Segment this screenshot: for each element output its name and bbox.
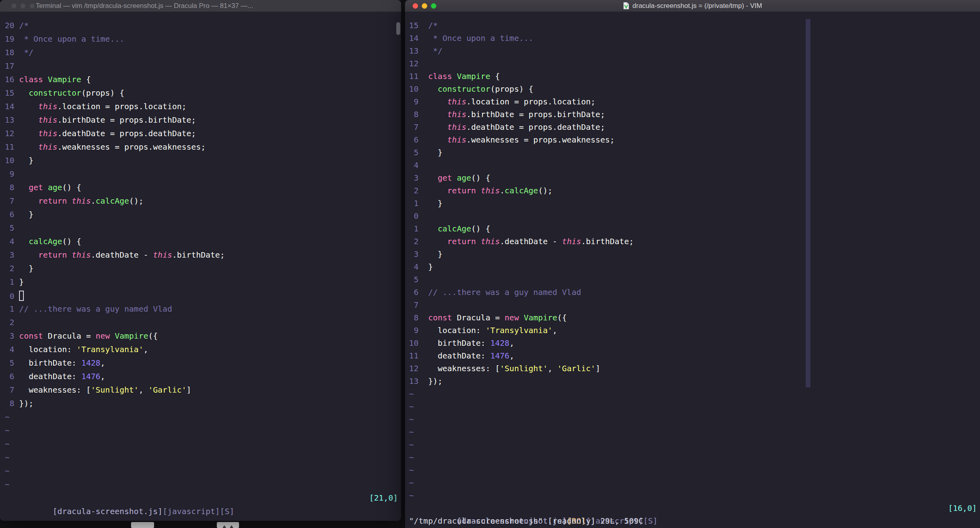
code-token: . <box>500 186 505 195</box>
code-line[interactable]: 17 <box>0 59 401 73</box>
code-line[interactable]: 15 constructor(props) { <box>0 86 401 100</box>
code-line[interactable]: 6 this.weaknesses = props.weaknesses; <box>405 133 980 146</box>
code-line[interactable]: 19 * Once upon a time... <box>0 32 401 46</box>
code-line[interactable]: 7 weaknesses: ['Sunlight', 'Garlic'] <box>0 383 401 397</box>
code-line[interactable]: 3const Dracula = new Vampire({ <box>0 329 401 343</box>
code-token: 'Garlic' <box>148 385 186 395</box>
code-line[interactable]: 2 <box>0 316 401 329</box>
macvim-titlebar[interactable]: dracula-screenshot.js = (/private/tmp) -… <box>405 0 980 12</box>
code-token <box>19 183 29 192</box>
tilde-row: ~ <box>0 478 401 491</box>
minimize-button[interactable] <box>422 3 427 9</box>
code-line[interactable]: 13 this.birthDate = props.birthDate; <box>0 113 401 127</box>
code-line[interactable]: 13 */ <box>405 44 980 57</box>
code-line[interactable]: 11 this.weaknesses = props.weaknesses; <box>0 140 401 154</box>
code-line[interactable]: 5 birthDate: 1428, <box>0 356 401 370</box>
code-token: (props) { <box>490 84 533 94</box>
code-line[interactable]: 12 weaknesses: ['Sunlight', 'Garlic'] <box>405 362 980 375</box>
code-line[interactable]: 4 location: 'Transylvania', <box>0 343 401 356</box>
code-line[interactable]: 2 } <box>0 262 401 275</box>
code-line[interactable]: 18 */ <box>0 46 401 59</box>
terminal-titlebar[interactable]: Terminal — vim /tmp/dracula-screenshot.j… <box>0 0 401 12</box>
line-number: 7 <box>5 194 14 208</box>
code-token <box>19 250 38 260</box>
vim-editor-area[interactable]: 15/*14 * Once upon a time...13 */1211cla… <box>405 12 980 528</box>
document-icon[interactable] <box>623 2 629 10</box>
minimize-button[interactable] <box>20 3 26 9</box>
code-line[interactable]: 3 return this.deathDate - this.birthDate… <box>0 248 401 262</box>
code-token: deathDate: <box>19 372 81 381</box>
code-token: class <box>19 75 48 84</box>
code-line[interactable]: 12 this.deathDate = props.deathDate; <box>0 127 401 140</box>
code-line[interactable]: 0 <box>0 289 401 302</box>
code-line[interactable]: 12 <box>405 57 980 70</box>
zoom-button[interactable] <box>29 3 35 9</box>
code-line[interactable]: 2 return this.deathDate - this.birthDate… <box>405 235 980 248</box>
code-line[interactable]: 4 calcAge() { <box>0 235 401 248</box>
line-number: 14 <box>409 32 419 44</box>
vim-editor-area[interactable]: 20/*19 * Once upon a time...18 */1716cla… <box>0 12 401 521</box>
close-button[interactable] <box>413 3 418 9</box>
code-token: // ...there was a guy named Vlad <box>19 304 172 314</box>
line-number: 9 <box>409 95 419 108</box>
code-token <box>428 110 447 119</box>
code-line[interactable]: 10 constructor(props) { <box>405 83 980 95</box>
line-number: 5 <box>5 221 14 235</box>
code-line[interactable]: 14 this.location = props.location; <box>0 100 401 113</box>
code-text: constructor(props) { <box>19 88 124 98</box>
code-line[interactable]: 5 } <box>405 146 980 159</box>
code-line[interactable]: 1// ...there was a guy named Vlad <box>0 302 401 316</box>
code-token: } <box>428 148 442 157</box>
code-line[interactable]: 1 } <box>405 197 980 210</box>
code-line[interactable]: 6// ...there was a guy named Vlad <box>405 286 980 299</box>
code-line[interactable]: 9 location: 'Transylvania', <box>405 324 980 337</box>
code-text: } <box>19 156 33 165</box>
code-line[interactable]: 7 this.deathDate = props.deathDate; <box>405 121 980 133</box>
code-line[interactable]: 8 this.birthDate = props.birthDate; <box>405 108 980 121</box>
code-token: this <box>38 115 57 125</box>
code-line[interactable]: 5 <box>0 221 401 235</box>
code-line[interactable]: 11 deathDate: 1476, <box>405 349 980 362</box>
code-line[interactable]: 16class Vampire { <box>0 73 401 86</box>
code-token: constructor <box>438 84 490 94</box>
code-line[interactable]: 14 * Once upon a time... <box>405 32 980 44</box>
code-text: weaknesses: ['Sunlight', 'Garlic'] <box>19 385 191 395</box>
code-line[interactable]: 8}); <box>0 397 401 410</box>
code-line[interactable]: 11class Vampire { <box>405 70 980 83</box>
code-line[interactable]: 1 calcAge() { <box>405 222 980 235</box>
code-line[interactable]: 6 deathDate: 1476, <box>0 370 401 383</box>
code-line[interactable]: 3 } <box>405 248 980 260</box>
code-line[interactable]: 4 <box>405 159 980 172</box>
code-text: this.deathDate = props.deathDate; <box>19 129 196 138</box>
code-text: deathDate: 1476, <box>19 372 105 381</box>
line-number: 4 <box>5 343 14 356</box>
code-line[interactable]: 8 get age() { <box>0 181 401 194</box>
code-text: }); <box>19 399 33 408</box>
code-line[interactable]: 10 } <box>0 154 401 167</box>
code-line[interactable]: 6 } <box>0 208 401 221</box>
line-number: 4 <box>409 260 419 273</box>
code-token: .weaknesses = props.weaknesses; <box>57 142 205 152</box>
code-line[interactable]: 7 <box>405 299 980 311</box>
code-line[interactable]: 10 birthDate: 1428, <box>405 337 980 349</box>
close-button[interactable] <box>11 3 17 9</box>
code-token: this <box>38 129 57 138</box>
code-token: new <box>505 313 524 322</box>
zoom-button[interactable] <box>431 3 436 9</box>
code-line[interactable]: 20/* <box>0 19 401 32</box>
code-line[interactable]: 8const Dracula = new Vampire({ <box>405 311 980 324</box>
line-number: 5 <box>409 146 419 159</box>
code-line[interactable]: 1} <box>0 275 401 289</box>
code-line[interactable]: 13}); <box>405 375 980 387</box>
scrollbar-thumb[interactable] <box>396 22 400 35</box>
code-line[interactable]: 5 <box>405 273 980 286</box>
code-line[interactable]: 3 get age() { <box>405 172 980 184</box>
code-line[interactable]: 9 this.location = props.location; <box>405 95 980 108</box>
code-line[interactable]: 0 <box>405 210 980 222</box>
code-line[interactable]: 7 return this.calcAge(); <box>0 194 401 208</box>
code-line[interactable]: 2 return this.calcAge(); <box>405 184 980 197</box>
code-line[interactable]: 4} <box>405 260 980 273</box>
code-line[interactable]: 9 <box>0 167 401 181</box>
code-token: .birthDate; <box>581 237 634 246</box>
code-line[interactable]: 15/* <box>405 19 980 32</box>
